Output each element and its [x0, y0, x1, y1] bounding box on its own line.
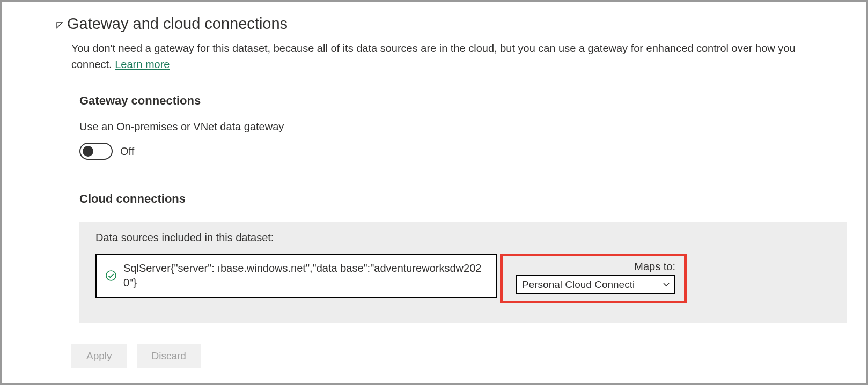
gateway-toggle-state: Off [120, 145, 134, 158]
collapse-icon [55, 21, 64, 29]
cloud-connections-heading: Cloud connections [79, 192, 845, 206]
footer-buttons: Apply Discard [71, 344, 201, 368]
toggle-knob [83, 146, 93, 157]
gateway-connections-heading: Gateway connections [79, 94, 845, 108]
apply-button[interactable]: Apply [71, 344, 127, 368]
maps-to-dropdown[interactable]: Personal Cloud Connecti [516, 275, 675, 294]
section-title: Gateway and cloud connections [67, 15, 288, 33]
gateway-toggle[interactable] [79, 143, 113, 160]
maps-to-highlight: Maps to: Personal Cloud Connecti [500, 254, 687, 303]
check-circle-icon [105, 270, 117, 282]
datasource-text: SqlServer{"server": ıbase.windows.net","… [123, 261, 487, 290]
datasource-box: SqlServer{"server": ıbase.windows.net","… [95, 254, 497, 298]
gateway-toggle-label: Use an On-premises or VNet data gateway [79, 121, 845, 133]
discard-button[interactable]: Discard [137, 344, 201, 368]
vertical-divider [33, 4, 33, 324]
cloud-connections-panel: Data sources included in this dataset: S… [79, 222, 847, 323]
datasource-row: SqlServer{"server": ıbase.windows.net","… [95, 254, 830, 303]
datasources-label: Data sources included in this dataset: [95, 232, 830, 244]
description-text: You don't need a gateway for this datase… [71, 42, 796, 70]
section-description: You don't need a gateway for this datase… [71, 40, 838, 72]
svg-point-0 [106, 271, 116, 280]
maps-to-label: Maps to: [634, 261, 675, 273]
learn-more-link[interactable]: Learn more [115, 58, 170, 70]
dropdown-value: Personal Cloud Connecti [522, 279, 660, 291]
section-header[interactable]: Gateway and cloud connections [55, 15, 845, 33]
chevron-down-icon [663, 279, 670, 291]
